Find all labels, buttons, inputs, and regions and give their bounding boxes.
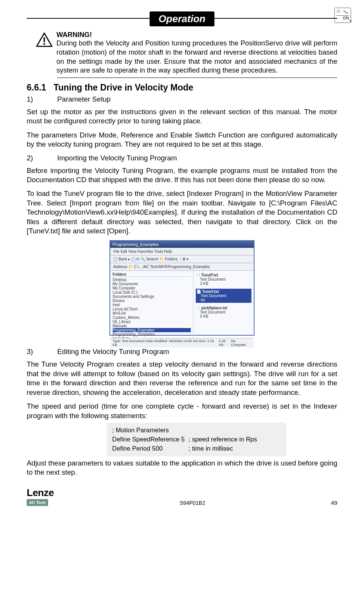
warning-title: WARNING!: [56, 31, 337, 39]
warning-icon: [36, 31, 56, 75]
header-rule-left: [27, 18, 150, 19]
page-number: 49: [331, 499, 337, 506]
paragraph: Set up the motor as per the instructions…: [27, 107, 337, 126]
code-block: ; Motion Parameters Define SpeedReferenc…: [107, 423, 286, 456]
brand-logo: Lenze AC Tech: [27, 487, 54, 506]
doc-code: S94P01B2: [180, 500, 205, 506]
paragraph: Adjust these parameters to values suitab…: [27, 459, 337, 477]
folder-tree: Folders Desktop My Documents My Computer…: [110, 271, 193, 338]
section-heading: 6.6.1 Tuning the Drive in Velocity Mode: [27, 82, 337, 93]
window-titlebar: Programming_Examples: [110, 241, 254, 248]
svg-point-1: [43, 43, 45, 45]
paragraph: Before importing the Velocity Tuning Pro…: [27, 166, 337, 185]
warning-body: During both the Velocity and Position tu…: [56, 39, 337, 75]
page-title: Operation: [150, 11, 215, 26]
header-rule-right: [214, 18, 337, 19]
paragraph: The parameters Drive Mode, Reference and…: [27, 131, 337, 149]
screenshot-figure: Programming_Examples File Edit View Favo…: [27, 240, 337, 344]
window-navbar: ◯ Back ▸ ◯ ⟳ 🔍 Search 📁 Folders ⋮≣ ▾: [110, 255, 254, 263]
paragraph: The speed and period (time for one compl…: [27, 402, 337, 420]
window-menu: File Edit View Favorites Tools Help: [110, 248, 254, 255]
step-2: 2)Importing the Velocity Tuning Program: [27, 154, 337, 162]
step-1: 1)Parameter Setup: [27, 95, 337, 103]
window-address: Address 📁 C:\…\AC Tech\MV6\Programming_E…: [110, 263, 254, 271]
svg-rect-0: [43, 37, 45, 42]
on-icon: ON: [334, 8, 351, 23]
warning-divider: [57, 78, 337, 78]
file-pane: 📄 TuneP.txt Text Document 3 KB 📄 TuneV.t…: [193, 271, 254, 338]
window-statusbar: Type: Text Document Date Modified: 4/6/2…: [110, 338, 254, 348]
paragraph: The Tune Velocity Program creates a step…: [27, 360, 337, 397]
step-3: 3)Editing the Velocity Tuning Program: [27, 348, 337, 356]
paragraph: To load the TuneV program file to the dr…: [27, 189, 337, 236]
